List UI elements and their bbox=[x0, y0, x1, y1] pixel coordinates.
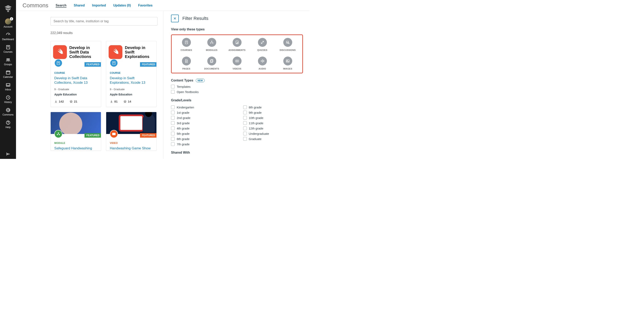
avatar: 2 bbox=[5, 18, 11, 24]
nav-label: Help bbox=[6, 126, 10, 129]
featured-ribbon: FEATURED bbox=[84, 133, 101, 138]
card-title[interactable]: Develop in Swift Data Collections, Xcode… bbox=[54, 76, 97, 85]
check-grade[interactable]: Graduate bbox=[243, 137, 303, 141]
svg-point-1 bbox=[7, 11, 9, 12]
nav-inbox[interactable]: Inbox bbox=[0, 81, 16, 93]
type-assignments[interactable]: ASSIGNMENTS bbox=[224, 38, 250, 51]
downloads-stat: 81 bbox=[110, 100, 118, 103]
star-icon bbox=[124, 100, 127, 103]
check-templates[interactable]: Templates bbox=[171, 85, 303, 88]
tab-updates[interactable]: Updates (0) bbox=[113, 4, 131, 7]
tab-imported[interactable]: Imported bbox=[92, 4, 106, 7]
check-grade[interactable]: 4th grade bbox=[171, 126, 231, 130]
type-pages[interactable]: PAGES bbox=[174, 56, 199, 70]
type-discussions[interactable]: DISCUSSIONS bbox=[275, 38, 300, 51]
check-grade[interactable]: 7th grade bbox=[171, 142, 231, 146]
svg-point-13 bbox=[58, 133, 58, 133]
download-icon bbox=[110, 100, 113, 103]
type-audio[interactable]: AUDIO bbox=[250, 56, 275, 70]
nav-courses[interactable]: Courses bbox=[0, 43, 16, 56]
card-body: COURSE Develop in Swift Explorations, Xc… bbox=[106, 63, 156, 107]
lms-logo bbox=[4, 4, 12, 12]
tab-search[interactable]: Search bbox=[56, 4, 66, 7]
svg-rect-24 bbox=[236, 60, 238, 62]
result-card[interactable]: Develop in Swift Data Collections FEATUR… bbox=[50, 41, 101, 107]
type-videos[interactable]: VIDEOS bbox=[224, 56, 250, 70]
nav-label: Dashboard bbox=[2, 38, 14, 41]
nav-label: Commons bbox=[2, 113, 14, 116]
nav-label: Groups bbox=[4, 63, 12, 66]
nav-history[interactable]: History bbox=[0, 93, 16, 106]
result-card[interactable]: Develop in Swift Explorations FEATURED C… bbox=[106, 41, 157, 107]
close-filter-button[interactable] bbox=[171, 14, 179, 22]
type-filter-grid: COURSES MODULES ASSIGNMENTS QUIZZES DISC… bbox=[171, 34, 303, 73]
check-grade[interactable]: Undergraduate bbox=[243, 132, 303, 136]
download-icon bbox=[54, 100, 58, 103]
nav-account[interactable]: 2 Account bbox=[0, 16, 16, 30]
downloads-stat: 142 bbox=[54, 100, 64, 103]
nav-dashboard[interactable]: Dashboard bbox=[0, 30, 16, 43]
grades-heading: Grade/Levels bbox=[171, 98, 303, 102]
nav-help[interactable]: Help bbox=[0, 118, 16, 131]
nav-calendar[interactable]: Calendar bbox=[0, 68, 16, 81]
result-count: 222,049 results bbox=[50, 31, 158, 35]
svg-point-4 bbox=[8, 58, 10, 60]
type-badge-video bbox=[110, 130, 118, 138]
type-modules[interactable]: MODULES bbox=[199, 38, 224, 51]
new-badge: NEW bbox=[196, 79, 205, 82]
search-field[interactable] bbox=[50, 17, 158, 26]
card-kind: COURSE bbox=[110, 72, 153, 74]
content-types-heading: Content Types bbox=[171, 79, 193, 82]
type-documents[interactable]: DOCUMENTS bbox=[199, 56, 224, 70]
card-grades: 9 - Graduate bbox=[110, 88, 153, 91]
card-title[interactable]: Handwashing Game Show bbox=[110, 146, 153, 150]
check-grade[interactable]: 11th grade bbox=[243, 121, 303, 125]
filter-panel: Filter Results View only these types COU… bbox=[164, 11, 310, 159]
results-area: 222,049 results Develop in Swift Data Co… bbox=[16, 11, 164, 159]
tab-shared[interactable]: Shared bbox=[74, 4, 85, 7]
check-open-textbooks[interactable]: Open Textbooks bbox=[171, 90, 303, 94]
nav-label: History bbox=[4, 101, 12, 104]
close-icon bbox=[173, 17, 176, 20]
check-grade[interactable]: 3rd grade bbox=[171, 121, 231, 125]
result-card[interactable]: FEATURED MODULE Safeguard Handwashing bbox=[50, 112, 101, 151]
result-card[interactable]: FEATURED VIDEO Handwashing Game Show bbox=[106, 112, 157, 151]
nav-label: Courses bbox=[4, 50, 12, 53]
nav-label: Calendar bbox=[3, 76, 13, 78]
svg-point-18 bbox=[211, 41, 212, 42]
featured-ribbon: FEATURED bbox=[84, 62, 101, 67]
check-grade[interactable]: 9th grade bbox=[243, 111, 303, 114]
featured-ribbon: FEATURED bbox=[140, 133, 157, 138]
card-kind: VIDEO bbox=[110, 142, 153, 144]
favorites-stat: 14 bbox=[124, 100, 131, 103]
swift-icon bbox=[53, 45, 67, 59]
svg-point-3 bbox=[7, 58, 8, 60]
card-grades: 9 - Graduate bbox=[54, 88, 97, 91]
type-badge-course bbox=[110, 59, 118, 67]
type-courses[interactable]: COURSES bbox=[174, 38, 199, 51]
card-title[interactable]: Safeguard Handwashing bbox=[54, 146, 97, 150]
search-input[interactable] bbox=[54, 20, 154, 23]
nav-groups[interactable]: Groups bbox=[0, 56, 16, 68]
featured-ribbon: FEATURED bbox=[140, 62, 157, 67]
check-grade[interactable]: 6th grade bbox=[171, 137, 231, 141]
nav-commons[interactable]: Commons bbox=[0, 106, 16, 118]
card-title[interactable]: Develop in Swift Explorations, Xcode 13 bbox=[110, 76, 153, 85]
check-grade[interactable]: 1st grade bbox=[171, 111, 231, 114]
nav-label: Account bbox=[4, 25, 12, 28]
filter-title: Filter Results bbox=[182, 16, 208, 21]
type-badge-module bbox=[54, 130, 62, 138]
type-quizzes[interactable]: QUIZZES bbox=[250, 38, 275, 51]
grades-grid: Kindergarten 1st grade 2nd grade 3rd gra… bbox=[171, 106, 303, 146]
tab-favorites[interactable]: Favorites bbox=[138, 4, 152, 7]
types-heading: View only these types bbox=[171, 28, 303, 31]
check-grade[interactable]: 5th grade bbox=[171, 132, 231, 136]
check-grade[interactable]: Kindergarten bbox=[171, 106, 231, 109]
card-author: Apple Education bbox=[54, 93, 97, 96]
check-grade[interactable]: 12th grade bbox=[243, 126, 303, 130]
check-grade[interactable]: 8th grade bbox=[243, 106, 303, 109]
check-grade[interactable]: 2nd grade bbox=[171, 116, 231, 120]
check-grade[interactable]: 10th grade bbox=[243, 116, 303, 120]
type-images[interactable]: IMAGES bbox=[275, 56, 300, 70]
collapse-nav-icon[interactable] bbox=[6, 152, 10, 156]
